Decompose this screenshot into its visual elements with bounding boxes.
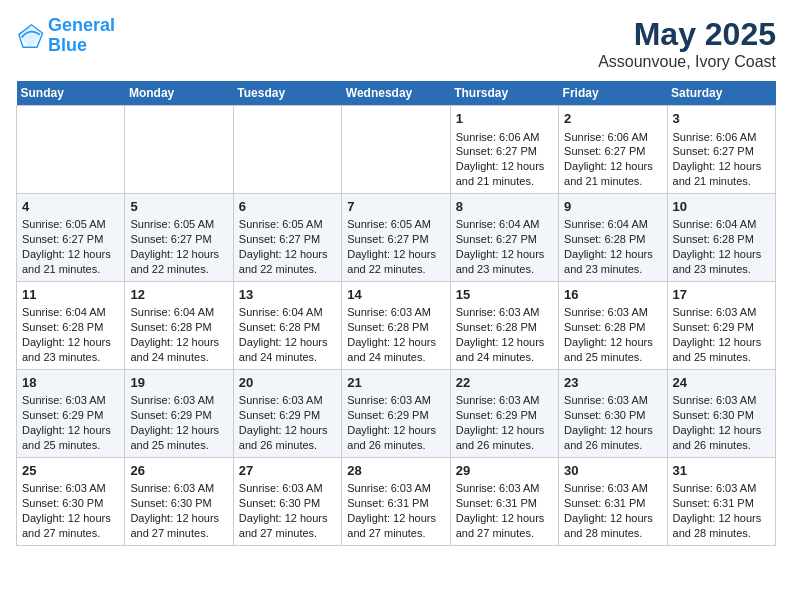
calendar-cell: 24Sunrise: 6:03 AMSunset: 6:30 PMDayligh… xyxy=(667,369,775,457)
day-info: Daylight: 12 hours xyxy=(673,423,770,438)
day-info: Sunrise: 6:06 AM xyxy=(673,130,770,145)
weekday-header: Friday xyxy=(559,81,667,106)
day-number: 7 xyxy=(347,198,444,216)
day-info: Sunset: 6:27 PM xyxy=(456,232,553,247)
day-info: Sunrise: 6:03 AM xyxy=(564,393,661,408)
day-number: 2 xyxy=(564,110,661,128)
day-info: and 25 minutes. xyxy=(22,438,119,453)
day-info: Sunrise: 6:03 AM xyxy=(239,393,336,408)
weekday-header: Sunday xyxy=(17,81,125,106)
day-number: 23 xyxy=(564,374,661,392)
day-info: Sunset: 6:30 PM xyxy=(130,496,227,511)
weekday-header: Thursday xyxy=(450,81,558,106)
day-info: Sunset: 6:27 PM xyxy=(347,232,444,247)
day-info: and 25 minutes. xyxy=(564,350,661,365)
weekday-header: Monday xyxy=(125,81,233,106)
calendar-cell: 25Sunrise: 6:03 AMSunset: 6:30 PMDayligh… xyxy=(17,457,125,545)
day-number: 17 xyxy=(673,286,770,304)
calendar-cell xyxy=(125,106,233,194)
day-info: and 22 minutes. xyxy=(347,262,444,277)
day-info: and 24 minutes. xyxy=(130,350,227,365)
day-number: 14 xyxy=(347,286,444,304)
day-info: Daylight: 12 hours xyxy=(130,247,227,262)
day-info: Daylight: 12 hours xyxy=(564,247,661,262)
day-number: 30 xyxy=(564,462,661,480)
page-header: General Blue May 2025 Assounvoue, Ivory … xyxy=(16,16,776,71)
calendar-cell xyxy=(342,106,450,194)
day-info: and 27 minutes. xyxy=(456,526,553,541)
day-info: and 24 minutes. xyxy=(347,350,444,365)
day-info: Daylight: 12 hours xyxy=(564,423,661,438)
day-info: Sunset: 6:30 PM xyxy=(564,408,661,423)
day-info: and 25 minutes. xyxy=(130,438,227,453)
day-number: 5 xyxy=(130,198,227,216)
calendar-cell: 15Sunrise: 6:03 AMSunset: 6:28 PMDayligh… xyxy=(450,281,558,369)
calendar-cell: 29Sunrise: 6:03 AMSunset: 6:31 PMDayligh… xyxy=(450,457,558,545)
day-info: Sunset: 6:27 PM xyxy=(130,232,227,247)
calendar-cell: 27Sunrise: 6:03 AMSunset: 6:30 PMDayligh… xyxy=(233,457,341,545)
day-number: 31 xyxy=(673,462,770,480)
weekday-header: Saturday xyxy=(667,81,775,106)
day-number: 19 xyxy=(130,374,227,392)
day-info: Sunset: 6:27 PM xyxy=(239,232,336,247)
day-number: 24 xyxy=(673,374,770,392)
day-info: Sunrise: 6:04 AM xyxy=(239,305,336,320)
day-info: Daylight: 12 hours xyxy=(22,423,119,438)
day-info: Sunset: 6:31 PM xyxy=(564,496,661,511)
day-info: Sunset: 6:31 PM xyxy=(347,496,444,511)
day-info: Daylight: 12 hours xyxy=(239,511,336,526)
calendar-cell: 9Sunrise: 6:04 AMSunset: 6:28 PMDaylight… xyxy=(559,193,667,281)
day-info: Daylight: 12 hours xyxy=(22,511,119,526)
day-info: Sunrise: 6:03 AM xyxy=(130,393,227,408)
calendar-cell: 23Sunrise: 6:03 AMSunset: 6:30 PMDayligh… xyxy=(559,369,667,457)
day-number: 10 xyxy=(673,198,770,216)
calendar-cell: 14Sunrise: 6:03 AMSunset: 6:28 PMDayligh… xyxy=(342,281,450,369)
calendar-cell xyxy=(233,106,341,194)
day-number: 21 xyxy=(347,374,444,392)
calendar-cell xyxy=(17,106,125,194)
day-info: Daylight: 12 hours xyxy=(130,335,227,350)
day-number: 16 xyxy=(564,286,661,304)
day-info: Sunrise: 6:05 AM xyxy=(130,217,227,232)
day-info: Daylight: 12 hours xyxy=(239,423,336,438)
location-title: Assounvoue, Ivory Coast xyxy=(598,53,776,71)
day-number: 27 xyxy=(239,462,336,480)
logo-icon xyxy=(16,22,44,50)
day-info: Sunset: 6:28 PM xyxy=(456,320,553,335)
day-info: Sunset: 6:30 PM xyxy=(22,496,119,511)
day-info: Sunrise: 6:03 AM xyxy=(456,481,553,496)
day-info: Daylight: 12 hours xyxy=(456,159,553,174)
day-number: 3 xyxy=(673,110,770,128)
day-info: Sunrise: 6:03 AM xyxy=(456,393,553,408)
day-info: Daylight: 12 hours xyxy=(456,423,553,438)
calendar-cell: 28Sunrise: 6:03 AMSunset: 6:31 PMDayligh… xyxy=(342,457,450,545)
day-info: Sunrise: 6:03 AM xyxy=(239,481,336,496)
calendar-header-row: SundayMondayTuesdayWednesdayThursdayFrid… xyxy=(17,81,776,106)
day-info: Sunset: 6:28 PM xyxy=(22,320,119,335)
day-info: Sunrise: 6:03 AM xyxy=(130,481,227,496)
day-number: 22 xyxy=(456,374,553,392)
day-info: and 23 minutes. xyxy=(22,350,119,365)
month-title: May 2025 xyxy=(598,16,776,53)
calendar-week-row: 18Sunrise: 6:03 AMSunset: 6:29 PMDayligh… xyxy=(17,369,776,457)
day-info: and 28 minutes. xyxy=(673,526,770,541)
day-info: Sunrise: 6:04 AM xyxy=(456,217,553,232)
day-info: Sunset: 6:28 PM xyxy=(347,320,444,335)
day-info: Daylight: 12 hours xyxy=(564,511,661,526)
day-info: Sunrise: 6:03 AM xyxy=(347,305,444,320)
day-info: Sunrise: 6:06 AM xyxy=(456,130,553,145)
title-block: May 2025 Assounvoue, Ivory Coast xyxy=(598,16,776,71)
day-number: 12 xyxy=(130,286,227,304)
logo-blue: Blue xyxy=(48,36,115,56)
day-info: Daylight: 12 hours xyxy=(564,335,661,350)
day-info: and 23 minutes. xyxy=(673,262,770,277)
day-number: 4 xyxy=(22,198,119,216)
calendar-week-row: 25Sunrise: 6:03 AMSunset: 6:30 PMDayligh… xyxy=(17,457,776,545)
calendar-cell: 6Sunrise: 6:05 AMSunset: 6:27 PMDaylight… xyxy=(233,193,341,281)
calendar-cell: 18Sunrise: 6:03 AMSunset: 6:29 PMDayligh… xyxy=(17,369,125,457)
day-info: Daylight: 12 hours xyxy=(239,247,336,262)
calendar-cell: 13Sunrise: 6:04 AMSunset: 6:28 PMDayligh… xyxy=(233,281,341,369)
day-info: Sunrise: 6:03 AM xyxy=(673,481,770,496)
calendar-table: SundayMondayTuesdayWednesdayThursdayFrid… xyxy=(16,81,776,546)
day-info: Sunrise: 6:03 AM xyxy=(564,481,661,496)
